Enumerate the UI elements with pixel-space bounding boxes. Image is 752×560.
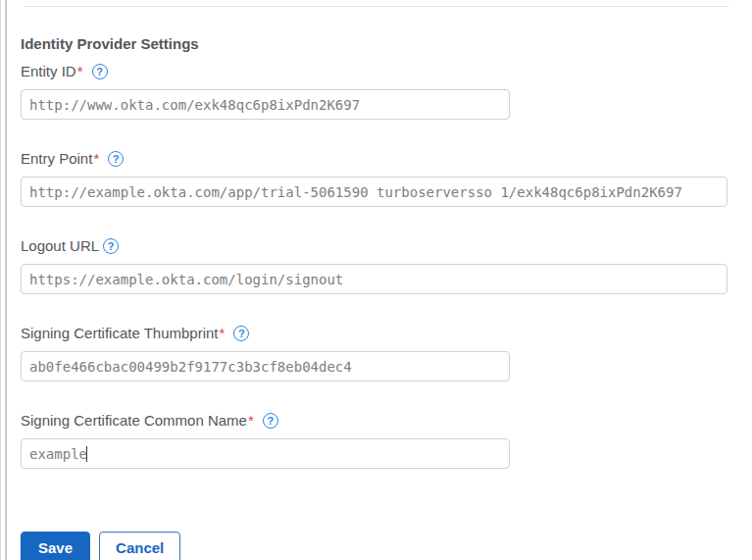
save-button[interactable]: Save [21, 532, 90, 560]
field-label: Logout URL [21, 238, 99, 254]
form-actions: Save Cancel [21, 532, 746, 560]
field-label-row: Entity ID * ? [21, 64, 746, 79]
field-signing-certificate-thumbprint: Signing Certificate Thumbprint * ? [21, 326, 746, 382]
field-label: Signing Certificate Thumbprint [21, 326, 219, 341]
section-title: Identity Provider Settings [21, 36, 746, 52]
input-wrap [21, 177, 746, 207]
help-icon[interactable]: ? [108, 151, 124, 167]
field-label-row: Signing Certificate Common Name * ? [21, 413, 746, 429]
required-asterisk: * [220, 326, 226, 341]
help-icon[interactable]: ? [263, 413, 278, 429]
text-cursor [86, 446, 87, 462]
field-label-row: Logout URL ? [21, 238, 746, 254]
field-signing-certificate-common-name: Signing Certificate Common Name * ? [21, 413, 746, 469]
identity-provider-settings-form: Identity Provider Settings Entity ID * ?… [21, 0, 746, 560]
field-label: Entry Point [21, 151, 92, 167]
signing-certificate-common-name-input[interactable] [21, 438, 510, 469]
required-asterisk: * [77, 64, 83, 79]
field-logout-url: Logout URL ? [21, 238, 746, 294]
field-label: Signing Certificate Common Name [21, 413, 247, 429]
entity-id-input[interactable] [21, 89, 510, 120]
input-wrap [21, 438, 746, 469]
field-label-row: Entry Point * ? [21, 151, 746, 167]
page-left-edge-line [0, 0, 1, 560]
cancel-button[interactable]: Cancel [99, 532, 180, 560]
field-label-row: Signing Certificate Thumbprint * ? [21, 326, 746, 341]
logout-url-input[interactable] [21, 264, 727, 294]
signing-certificate-thumbprint-input[interactable] [21, 351, 510, 382]
help-icon[interactable]: ? [233, 326, 249, 341]
input-wrap [21, 264, 746, 294]
input-wrap [21, 351, 746, 382]
required-asterisk: * [93, 151, 99, 167]
panel-left-border [5, 0, 7, 560]
field-entry-point: Entry Point * ? [21, 151, 746, 207]
help-icon[interactable]: ? [103, 238, 119, 254]
field-label: Entity ID [21, 64, 76, 79]
required-asterisk: * [248, 413, 254, 429]
field-entity-id: Entity ID * ? [21, 64, 746, 120]
help-icon[interactable]: ? [92, 64, 108, 79]
input-wrap [21, 89, 746, 120]
entry-point-input[interactable] [21, 177, 727, 207]
